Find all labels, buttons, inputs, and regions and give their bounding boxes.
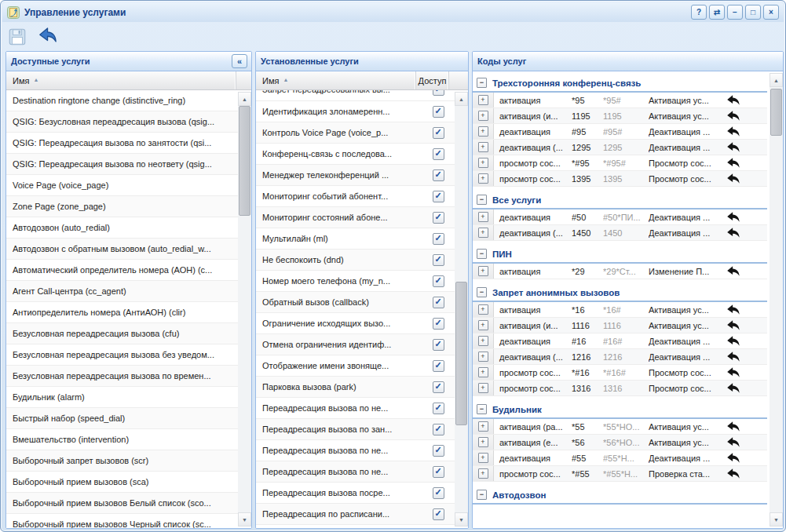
undo-icon[interactable]	[721, 466, 744, 481]
access-checkbox[interactable]: ✓	[433, 403, 444, 414]
undo-icon[interactable]	[721, 450, 744, 465]
collapse-group-icon[interactable]: −	[477, 404, 487, 414]
window-titlebar[interactable]: Управление услугами ? ⇄ − □ ×	[2, 2, 784, 22]
access-checkbox[interactable]: ✓	[433, 127, 444, 139]
access-checkbox[interactable]: ✓	[433, 233, 444, 245]
service-code-row[interactable]: + активация *29 *29*Ст... Изменение П...	[473, 264, 767, 279]
undo-icon[interactable]	[721, 171, 744, 186]
available-service-row[interactable]: Автодозвон (auto_redial)	[6, 217, 238, 239]
undo-icon[interactable]	[721, 349, 744, 364]
available-service-row[interactable]: Destination ringtone change (distinctive…	[6, 90, 238, 111]
available-scrollbar[interactable]: ▲ ▼	[238, 92, 251, 527]
access-checkbox[interactable]: ✓	[433, 381, 444, 393]
available-service-row[interactable]: Антиопределитель номера (АнтиАОН) (clir)	[6, 302, 238, 323]
expand-row-icon[interactable]: +	[478, 142, 488, 152]
installed-service-row[interactable]: Переадресация вызова посре... ✓	[256, 483, 455, 504]
available-service-row[interactable]: Voice Page (voice_page)	[6, 175, 238, 196]
access-checkbox[interactable]: ✓	[433, 275, 444, 287]
column-name[interactable]: Имя ▲	[256, 71, 416, 89]
service-code-row[interactable]: + просмотр сос... *#95 *#95# Просмотр со…	[473, 155, 767, 171]
undo-icon[interactable]	[721, 302, 744, 317]
service-code-row[interactable]: + просмотр сос... 1316 1316 Просмотр сос…	[473, 381, 767, 396]
collapse-group-icon[interactable]: −	[477, 287, 487, 297]
undo-icon[interactable]	[721, 93, 744, 107]
expand-row-icon[interactable]: +	[478, 173, 488, 184]
expand-row-icon[interactable]: +	[478, 320, 488, 330]
undo-icon[interactable]	[721, 419, 744, 434]
installed-service-row[interactable]: Идентификация злонамеренн... ✓	[256, 101, 455, 122]
installed-service-row[interactable]: Парковка вызова (park) ✓	[256, 377, 455, 398]
maximize-button[interactable]: □	[745, 5, 761, 20]
available-service-row[interactable]: Безусловная переадресация вызова без уве…	[6, 344, 238, 366]
access-checkbox[interactable]: ✓	[433, 148, 444, 160]
available-service-row[interactable]: Выборочный запрет вызовов (scr)	[6, 450, 238, 472]
group-header[interactable]: − Все услуги	[473, 191, 767, 210]
installed-service-row[interactable]: Мониторинг событий абонент... ✓	[256, 186, 455, 207]
undo-icon[interactable]	[721, 210, 744, 224]
collapse-group-icon[interactable]: −	[477, 78, 487, 88]
service-code-row[interactable]: + деактивация #95 #95# Деактивация ...	[473, 124, 767, 140]
service-code-row[interactable]: + деактивация #50 #50*ПИ... Деактивация …	[473, 210, 767, 225]
available-service-row[interactable]: Автоматический определитель номера (АОН)…	[6, 260, 238, 281]
service-code-row[interactable]: + деактивация #55 #55*Н... Деактивация .…	[473, 450, 767, 466]
undo-icon[interactable]	[721, 435, 744, 450]
group-header[interactable]: − ПИН	[473, 246, 767, 264]
undo-icon[interactable]	[721, 264, 744, 279]
access-checkbox[interactable]: ✓	[433, 424, 444, 435]
installed-service-row[interactable]: Отображение имени звоняще... ✓	[256, 355, 455, 377]
collapse-group-icon[interactable]: −	[477, 195, 487, 205]
column-access[interactable]: Доступ	[416, 71, 449, 89]
service-code-row[interactable]: + активация (ра... *55 *55*НО... Активац…	[473, 419, 767, 435]
expand-row-icon[interactable]: +	[478, 352, 488, 362]
available-service-row[interactable]: QSIG: Безусловная переадресация вызова (…	[6, 111, 238, 133]
installed-service-row[interactable]: Отмена ограничения идентиф... ✓	[256, 334, 455, 355]
expand-row-icon[interactable]: +	[478, 228, 488, 238]
help-button[interactable]: ?	[691, 5, 707, 20]
undo-icon[interactable]	[721, 108, 744, 123]
expand-row-icon[interactable]: +	[478, 421, 488, 432]
access-checkbox[interactable]: ✓	[433, 466, 444, 478]
installed-service-row[interactable]: Номер моего телефона (my_n... ✓	[256, 271, 455, 292]
available-service-row[interactable]: Безусловная переадресация вызова (cfu)	[6, 323, 238, 344]
undo-icon[interactable]	[721, 381, 744, 395]
expand-row-icon[interactable]: +	[478, 266, 488, 276]
undo-icon[interactable]	[721, 225, 744, 240]
access-checkbox[interactable]: ✓	[433, 339, 444, 351]
undo-icon[interactable]	[721, 155, 744, 170]
installed-service-row[interactable]: Запрет переадресованных вы... ✓	[256, 90, 455, 100]
scroll-up-button[interactable]: ▲	[238, 92, 251, 106]
installed-service-row[interactable]: Контроль Voice Page (voice_p... ✓	[256, 122, 455, 144]
available-service-row[interactable]: Агент Call-центра (cc_agent)	[6, 281, 238, 302]
scrollbar-thumb[interactable]	[770, 89, 782, 136]
scroll-down-button[interactable]: ▼	[238, 512, 251, 527]
undo-icon[interactable]	[721, 140, 744, 155]
installed-scrollbar[interactable]: ▲ ▼	[455, 92, 468, 527]
access-checkbox[interactable]: ✓	[433, 487, 444, 499]
expand-row-icon[interactable]: +	[478, 437, 488, 447]
undo-icon[interactable]	[721, 365, 744, 380]
undo-icon[interactable]	[721, 333, 744, 348]
installed-service-row[interactable]: Конференц-связь с последова... ✓	[256, 144, 455, 165]
available-service-row[interactable]: Выборочный прием вызовов Белый список (s…	[6, 493, 238, 514]
scrollbar-track[interactable]	[238, 106, 251, 512]
column-name[interactable]: Имя ▲	[6, 71, 236, 89]
installed-service-row[interactable]: Менеджер телеконференций ... ✓	[256, 165, 455, 186]
expand-row-icon[interactable]: +	[478, 126, 488, 137]
expand-row-icon[interactable]: +	[478, 336, 488, 346]
collapse-group-icon[interactable]: −	[477, 490, 487, 500]
access-checkbox[interactable]: ✓	[433, 297, 444, 308]
group-header[interactable]: − Трехсторонняя конференц-связь	[473, 75, 767, 93]
expand-row-icon[interactable]: +	[478, 158, 488, 168]
save-button[interactable]	[5, 25, 29, 49]
available-service-row[interactable]: Выборочный прием вызовов (sca)	[6, 472, 238, 493]
installed-service-row[interactable]: Ограничение исходящих вызо... ✓	[256, 313, 455, 334]
installed-service-row[interactable]: Мультилайн (ml) ✓	[256, 228, 455, 250]
available-service-row[interactable]: Выборочный прием вызовов Черный список (…	[6, 514, 238, 528]
service-code-row[interactable]: + активация (е... *56 *56*НО... Активаци…	[473, 435, 767, 450]
codes-scrollbar[interactable]: ▲ ▼	[770, 73, 783, 527]
expand-row-icon[interactable]: +	[478, 453, 488, 463]
expand-row-icon[interactable]: +	[478, 111, 488, 121]
access-checkbox[interactable]: ✓	[433, 212, 444, 224]
available-service-row[interactable]: QSIG: Переадресация вызова по занятости …	[6, 133, 238, 154]
scroll-down-button[interactable]: ▼	[770, 512, 783, 527]
